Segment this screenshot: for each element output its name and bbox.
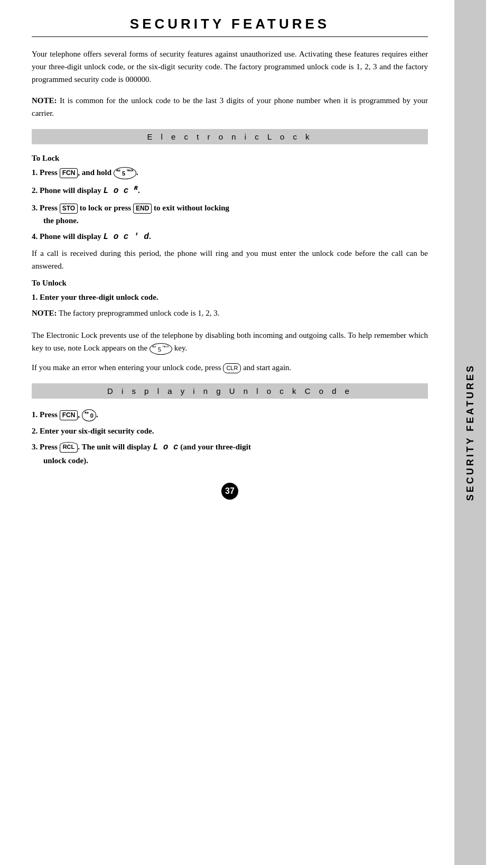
sidebar-label: SECURITY FEATURES (465, 364, 476, 501)
display-step-2: 2. Enter your six-digit security code. (32, 425, 428, 437)
section-electronic-lock-header: E l e c t r o n i c L o c k (32, 129, 428, 144)
end-key: END (133, 204, 152, 214)
section-displaying-unlock-code-header: D i s p l a y i n g U n l o c k C o d e (32, 383, 428, 399)
note-1-label: NOTE: (32, 96, 57, 105)
note-1-text: It is common for the unlock code to be t… (32, 96, 428, 117)
lock-para-3: If you make an error when entering your … (32, 361, 428, 374)
fcn-key-2: FCN (60, 410, 78, 420)
lock-step-2: 2. Phone will display L o c ʀ. (32, 182, 428, 198)
page-wrapper: SECURITY FEATURES Your telephone offers … (0, 0, 504, 865)
lock-step-3: 3. Press STO to lock or press END to exi… (32, 201, 428, 227)
note-2-label: NOTE: (32, 309, 57, 317)
intro-paragraph: Your telephone offers several forms of s… (32, 48, 428, 86)
rcl-key: RCL (60, 442, 78, 452)
note-1: NOTE: It is common for the unlock code t… (32, 94, 428, 119)
to-unlock-label: To Unlock (32, 279, 428, 288)
display-locr: L o c ʀ (103, 186, 138, 196)
sto-key: STO (60, 204, 78, 214)
fcn-key-1: FCN (60, 168, 78, 178)
lock-step-1: 1. Press FCN, and hold ᵒᵖ 5 ˡᵒᶜᵏ. (32, 166, 428, 179)
note-2: NOTE: The factory preprogrammed unlock c… (32, 307, 428, 319)
page-number-wrap: 37 (32, 483, 428, 500)
note-2-text: The factory preprogrammed unlock code is… (57, 309, 220, 317)
lock-para-1: If a call is received during this period… (32, 247, 428, 272)
lock-para-2: The Electronic Lock prevents use of the … (32, 329, 428, 355)
main-content: SECURITY FEATURES Your telephone offers … (0, 0, 454, 865)
clr-key: CLR (223, 363, 241, 373)
lock-step-4: 4. Phone will display L o c ' d. (32, 230, 428, 244)
to-lock-label: To Lock (32, 154, 428, 163)
display-locked: L o c ' d (103, 232, 148, 242)
display-step-1: 1. Press FCN, ᵒᵖ 0. (32, 408, 428, 421)
5lock-key-1: ᵒᵖ 5 ˡᵒᶜᵏ (114, 167, 136, 179)
op0-key: ᵒᵖ 0 (82, 409, 96, 421)
display-loc: L o c (153, 443, 179, 452)
page-title: SECURITY FEATURES (32, 16, 428, 37)
unlock-step-1: 1. Enter your three-digit unlock code. (32, 291, 428, 303)
sidebar: SECURITY FEATURES (454, 0, 486, 865)
page-number: 37 (221, 483, 238, 500)
5lock-key-2: ᵒᵖ 5 ˡᵒᶜᵏ (150, 343, 172, 355)
display-step-3: 3. Press RCL. The unit will display L o … (32, 440, 428, 467)
